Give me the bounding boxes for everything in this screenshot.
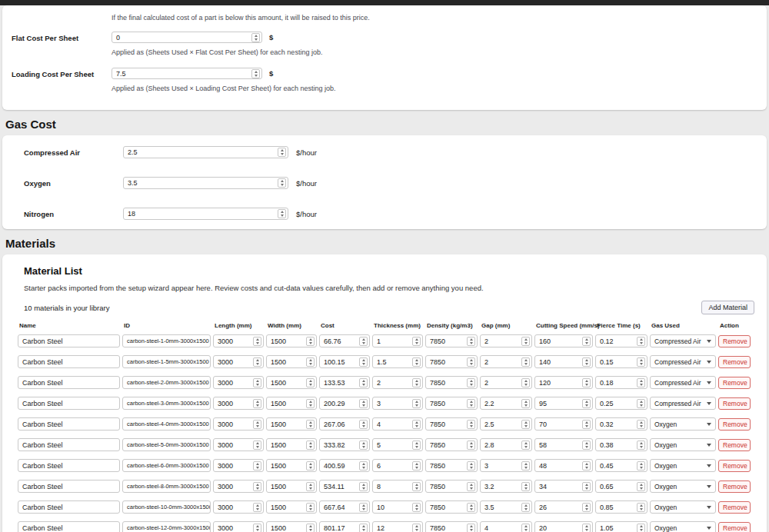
stepper-up-icon[interactable]	[309, 484, 312, 486]
number-stepper[interactable]	[359, 503, 368, 512]
gas-used-select[interactable]: Oxygen	[650, 438, 716, 451]
stepper-down-icon[interactable]	[255, 38, 258, 41]
number-stepper[interactable]	[582, 357, 591, 367]
number-stepper[interactable]	[467, 441, 475, 450]
stepper-down-icon[interactable]	[362, 363, 365, 365]
stepper-up-icon[interactable]	[524, 338, 528, 341]
stepper-down-icon[interactable]	[524, 487, 528, 490]
material-name-input[interactable]: Carbon Steel	[18, 376, 120, 389]
stepper-down-icon[interactable]	[415, 467, 418, 469]
gas-used-select[interactable]: Compressed Air	[650, 355, 716, 368]
stepper-down-icon[interactable]	[309, 508, 312, 510]
stepper-down-icon[interactable]	[256, 384, 259, 386]
stepper-down-icon[interactable]	[309, 487, 312, 490]
stepper-down-icon[interactable]	[256, 342, 259, 344]
number-stepper[interactable]	[582, 503, 591, 512]
pierce-time-input[interactable]: 0.32	[595, 417, 647, 431]
length-input[interactable]: 3000	[213, 480, 264, 493]
number-stepper[interactable]	[467, 399, 475, 408]
number-stepper[interactable]	[521, 420, 530, 429]
number-stepper[interactable]	[306, 482, 315, 491]
number-stepper[interactable]	[253, 420, 261, 429]
stepper-up-icon[interactable]	[415, 338, 418, 341]
number-stepper[interactable]	[582, 461, 591, 470]
stepper-up-icon[interactable]	[256, 525, 259, 527]
length-input[interactable]: 3000	[213, 417, 264, 431]
number-stepper[interactable]	[306, 441, 315, 450]
stepper-up-icon[interactable]	[362, 484, 365, 486]
number-stepper[interactable]	[412, 378, 421, 387]
width-input[interactable]: 1500	[266, 480, 317, 493]
cutting-speed-input[interactable]: 20	[534, 521, 593, 532]
number-stepper[interactable]	[637, 461, 645, 470]
stepper-down-icon[interactable]	[309, 529, 312, 531]
cost-input[interactable]: 801.17	[319, 521, 370, 532]
stepper-up-icon[interactable]	[281, 149, 284, 151]
number-stepper[interactable]	[278, 178, 286, 188]
stepper-down-icon[interactable]	[362, 467, 365, 469]
stepper-up-icon[interactable]	[309, 359, 312, 361]
length-input[interactable]: 3000	[213, 521, 264, 532]
number-stepper[interactable]	[306, 420, 315, 429]
gas-used-select[interactable]: Oxygen	[650, 459, 716, 472]
number-stepper[interactable]	[521, 399, 530, 408]
number-stepper[interactable]	[253, 503, 261, 512]
number-stepper[interactable]	[306, 378, 315, 387]
material-name-input[interactable]: Carbon Steel	[18, 334, 120, 347]
cost-input[interactable]: 66.76	[319, 334, 370, 347]
number-stepper[interactable]	[582, 441, 591, 450]
thickness-input[interactable]: 5	[372, 438, 423, 451]
stepper-up-icon[interactable]	[256, 338, 259, 341]
gap-input[interactable]: 3.2	[480, 480, 532, 493]
material-name-input[interactable]: Carbon Steel	[18, 417, 120, 431]
stepper-down-icon[interactable]	[256, 446, 259, 448]
number-stepper[interactable]	[412, 399, 421, 408]
stepper-up-icon[interactable]	[524, 504, 528, 507]
width-input[interactable]: 1500	[266, 521, 317, 532]
width-input[interactable]: 1500	[266, 376, 317, 389]
number-stepper[interactable]	[412, 503, 421, 512]
pierce-time-input[interactable]: 0.45	[595, 459, 647, 472]
gap-input[interactable]: 3	[480, 459, 532, 472]
remove-button[interactable]: Remove	[718, 418, 751, 431]
stepper-down-icon[interactable]	[309, 467, 312, 469]
gap-input[interactable]: 2	[480, 355, 532, 368]
number-stepper[interactable]	[251, 33, 260, 42]
thickness-input[interactable]: 2	[372, 376, 423, 389]
stepper-up-icon[interactable]	[309, 380, 312, 382]
gap-input[interactable]: 4	[480, 521, 532, 532]
number-stepper[interactable]	[253, 378, 261, 387]
stepper-up-icon[interactable]	[256, 484, 259, 486]
stepper-up-icon[interactable]	[585, 442, 588, 444]
number-stepper[interactable]	[306, 503, 315, 512]
number-stepper[interactable]	[412, 357, 421, 367]
gap-input[interactable]: 2.2	[480, 397, 532, 410]
material-id-input[interactable]: carbon-steel-10-0mm-3000x1500	[122, 500, 211, 514]
length-input[interactable]: 3000	[213, 438, 264, 451]
number-stepper[interactable]	[521, 482, 530, 491]
stepper-up-icon[interactable]	[255, 71, 258, 73]
stepper-up-icon[interactable]	[524, 359, 528, 361]
number-stepper[interactable]	[521, 524, 530, 532]
number-stepper[interactable]	[359, 441, 368, 450]
length-input[interactable]: 3000	[213, 500, 264, 514]
length-input[interactable]: 3000	[213, 376, 264, 389]
flat-cost-per-sheet-input[interactable]: 0	[112, 32, 262, 43]
stepper-down-icon[interactable]	[524, 529, 528, 531]
stepper-down-icon[interactable]	[309, 404, 312, 407]
stepper-down-icon[interactable]	[362, 404, 365, 407]
width-input[interactable]: 1500	[266, 397, 317, 410]
stepper-down-icon[interactable]	[640, 384, 643, 386]
pierce-time-input[interactable]: 0.15	[595, 355, 647, 368]
width-input[interactable]: 1500	[266, 355, 317, 368]
stepper-down-icon[interactable]	[256, 508, 259, 510]
stepper-down-icon[interactable]	[524, 384, 528, 386]
stepper-up-icon[interactable]	[585, 338, 588, 341]
stepper-up-icon[interactable]	[309, 421, 312, 424]
density-input[interactable]: 7850	[425, 355, 478, 368]
number-stepper[interactable]	[253, 399, 261, 408]
cost-input[interactable]: 333.82	[319, 438, 370, 451]
stepper-down-icon[interactable]	[640, 446, 643, 448]
material-id-input[interactable]: carbon-steel-6-0mm-3000x1500	[122, 459, 211, 472]
number-stepper[interactable]	[467, 482, 475, 491]
